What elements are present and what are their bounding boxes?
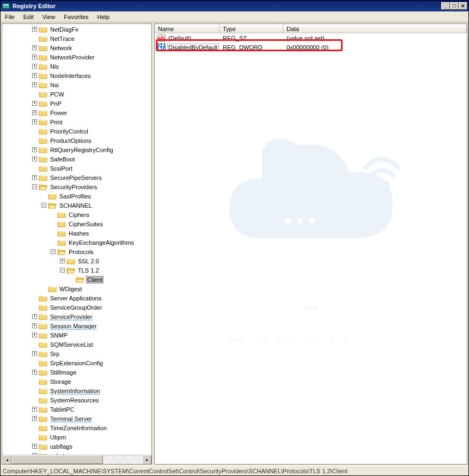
- tree-node[interactable]: ServiceGroupOrder: [2, 303, 151, 312]
- tree-node-label: WDigest: [58, 285, 83, 293]
- scroll-left-button[interactable]: ◂: [2, 455, 11, 465]
- menu-help[interactable]: Help: [93, 13, 114, 21]
- close-button[interactable]: ✕: [459, 2, 467, 10]
- values-list[interactable]: ab(Default)REG_SZ(value not set)011110Di…: [155, 33, 467, 52]
- expand-icon[interactable]: +: [32, 444, 37, 449]
- menu-edit[interactable]: Edit: [19, 13, 38, 21]
- expand-icon[interactable]: +: [32, 73, 37, 78]
- expand-icon[interactable]: +: [32, 82, 37, 87]
- tree-node[interactable]: +SecurePipeServers: [2, 173, 151, 182]
- folder-icon: [39, 359, 47, 367]
- expand-icon[interactable]: +: [32, 101, 37, 106]
- column-header-data[interactable]: Data: [283, 24, 467, 33]
- tree-node[interactable]: WDigest: [2, 284, 151, 293]
- expand-icon[interactable]: +: [32, 416, 37, 421]
- tree-node[interactable]: KeyExchangeAlgorithms: [2, 238, 151, 247]
- tree-node[interactable]: −Protocols: [2, 247, 151, 256]
- expand-icon[interactable]: +: [32, 323, 37, 328]
- expand-icon[interactable]: +: [32, 333, 37, 338]
- tree-node[interactable]: +Srp: [2, 349, 151, 358]
- tree-node[interactable]: +PnP: [2, 99, 151, 108]
- expand-icon[interactable]: +: [32, 147, 37, 152]
- tree-node[interactable]: +Session Manager: [2, 321, 151, 330]
- registry-tree[interactable]: +NetDiagFxNetTrace+Network+NetworkProvid…: [2, 24, 151, 455]
- tree-node[interactable]: Client: [2, 275, 151, 284]
- value-data: (value not set): [283, 35, 467, 41]
- tree-node[interactable]: +SNMP: [2, 330, 151, 340]
- collapse-icon[interactable]: −: [32, 184, 37, 189]
- tree-node[interactable]: Ciphers: [2, 210, 151, 219]
- tree-node[interactable]: Storage: [2, 377, 151, 386]
- tree-node[interactable]: +Terminal Server: [2, 414, 151, 423]
- column-header-type[interactable]: Type: [220, 24, 283, 33]
- expand-icon[interactable]: +: [32, 55, 37, 59]
- expand-icon[interactable]: +: [32, 27, 37, 32]
- folder-icon: [57, 211, 66, 219]
- tree-node[interactable]: SystemResources: [2, 395, 151, 405]
- value-row[interactable]: 011110DisabledByDefaultREG_DWORD0x000000…: [155, 43, 467, 52]
- tree-node[interactable]: +SafeBoot: [2, 154, 151, 164]
- maximize-button[interactable]: □: [450, 2, 459, 10]
- expand-icon[interactable]: +: [32, 64, 37, 69]
- tree-node[interactable]: CipherSuites: [2, 219, 151, 228]
- tree-node[interactable]: +NetDiagFx: [2, 25, 151, 34]
- tree-node[interactable]: +ServiceProvider: [2, 312, 151, 321]
- collapse-icon[interactable]: −: [51, 249, 56, 254]
- expand-icon[interactable]: +: [32, 45, 37, 50]
- folder-icon: [39, 63, 47, 70]
- scroll-thumb[interactable]: [11, 455, 103, 464]
- menu-view[interactable]: View: [38, 13, 60, 21]
- tree-node[interactable]: +Power: [2, 108, 151, 117]
- expand-icon[interactable]: +: [32, 351, 37, 356]
- tree-node[interactable]: Ubpm: [2, 432, 151, 442]
- folder-icon: [39, 322, 47, 330]
- collapse-icon[interactable]: −: [41, 203, 46, 208]
- scroll-right-button[interactable]: ▸: [142, 455, 151, 465]
- tree-node[interactable]: SaslProfiles: [2, 191, 151, 201]
- expand-icon[interactable]: +: [60, 258, 65, 263]
- tree-node[interactable]: ScsiPort: [2, 164, 151, 173]
- menu-favorites[interactable]: Favorites: [59, 13, 93, 21]
- expand-icon[interactable]: +: [32, 156, 37, 161]
- tree-node[interactable]: ProductOptions: [2, 136, 151, 145]
- expand-icon[interactable]: +: [32, 370, 37, 375]
- expand-icon[interactable]: +: [32, 175, 37, 180]
- collapse-icon[interactable]: −: [60, 268, 65, 273]
- tree-node[interactable]: +RtlQueryRegistryConfig: [2, 145, 151, 154]
- tree-node[interactable]: −TLS 1.2: [2, 266, 151, 275]
- expand-icon[interactable]: +: [32, 407, 37, 412]
- svg-rect-3: [278, 211, 349, 231]
- tree-node[interactable]: PriorityControl: [2, 126, 151, 136]
- folder-icon: [39, 294, 47, 302]
- tree-node[interactable]: Hashes: [2, 228, 151, 238]
- tree-node[interactable]: Server Applications: [2, 293, 151, 303]
- tree-node[interactable]: SQMServiceList: [2, 340, 151, 349]
- tree-node[interactable]: +usbflags: [2, 442, 151, 451]
- tree-node[interactable]: SrpExtensionConfig: [2, 358, 151, 367]
- tree-node[interactable]: +Nsi: [2, 80, 151, 89]
- minimize-button[interactable]: _: [441, 2, 450, 10]
- expand-icon[interactable]: +: [32, 314, 37, 319]
- tree-node[interactable]: +Print: [2, 117, 151, 126]
- tree-node[interactable]: −SCHANNEL: [2, 201, 151, 210]
- tree-node[interactable]: +StillImage: [2, 367, 151, 377]
- tree-node[interactable]: +Nls: [2, 62, 151, 71]
- tree-horizontal-scrollbar[interactable]: ◂ ▸: [2, 455, 151, 464]
- tree-node-label: NetDiagFx: [49, 26, 80, 33]
- tree-node[interactable]: NetTrace: [2, 34, 151, 43]
- tree-node[interactable]: TimeZoneInformation: [2, 423, 151, 432]
- tree-node[interactable]: +usbstor: [2, 451, 151, 455]
- tree-node[interactable]: +TabletPC: [2, 405, 151, 414]
- tree-node[interactable]: PCW: [2, 89, 151, 99]
- tree-node[interactable]: +NodeInterfaces: [2, 71, 151, 80]
- tree-node[interactable]: −SecurityProviders: [2, 182, 151, 191]
- expand-icon[interactable]: +: [32, 119, 37, 124]
- expand-icon[interactable]: +: [32, 110, 37, 115]
- tree-node[interactable]: +NetworkProvider: [2, 52, 151, 62]
- tree-node[interactable]: SystemInformation: [2, 386, 151, 395]
- value-row[interactable]: ab(Default)REG_SZ(value not set): [155, 33, 467, 43]
- tree-node[interactable]: +Network: [2, 43, 151, 52]
- tree-node[interactable]: +SSL 2.0: [2, 256, 151, 266]
- column-header-name[interactable]: Name: [155, 24, 220, 33]
- menu-file[interactable]: File: [1, 13, 19, 21]
